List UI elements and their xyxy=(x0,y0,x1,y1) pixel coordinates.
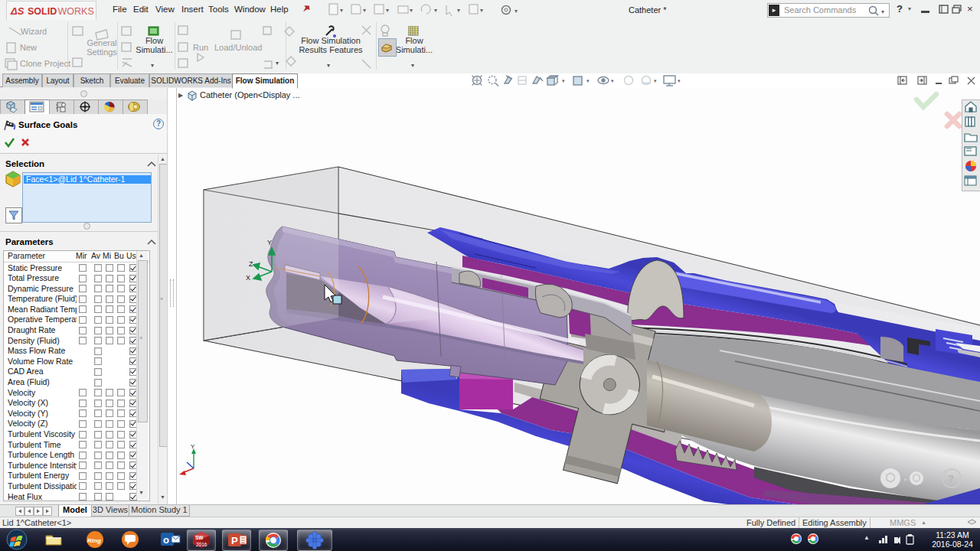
svg-text:o: o xyxy=(163,534,169,546)
svg-text:P: P xyxy=(231,535,238,546)
svg-text:▾: ▾ xyxy=(586,78,590,83)
svg-text:▾: ▾ xyxy=(678,78,681,83)
svg-text:▾: ▾ xyxy=(363,7,366,14)
svg-text:▾: ▾ xyxy=(410,7,413,14)
svg-text:2016: 2016 xyxy=(196,542,207,547)
svg-text:Z: Z xyxy=(249,260,253,268)
svg-text:Ring: Ring xyxy=(87,537,101,544)
svg-text:▾: ▾ xyxy=(480,7,483,14)
svg-text:X: X xyxy=(246,274,250,282)
svg-text:▾: ▾ xyxy=(386,7,389,14)
svg-text:▾: ▾ xyxy=(434,7,437,14)
svg-text:ΔS: ΔS xyxy=(10,5,24,17)
svg-text:▾: ▾ xyxy=(654,78,657,83)
svg-text:▾: ▾ xyxy=(457,7,460,14)
svg-text:▾: ▾ xyxy=(562,78,565,83)
svg-text:SW: SW xyxy=(195,535,204,540)
svg-text:▾: ▾ xyxy=(611,78,614,83)
svg-text:▾: ▾ xyxy=(881,8,884,15)
svg-text:?: ? xyxy=(948,473,954,484)
svg-text:Y: Y xyxy=(267,239,272,246)
svg-text:▾: ▾ xyxy=(514,8,518,15)
svg-text:Y: Y xyxy=(191,443,195,450)
svg-text:SOLID: SOLID xyxy=(28,6,57,17)
svg-text:▸: ▸ xyxy=(904,475,908,483)
svg-text:WORKS: WORKS xyxy=(58,6,94,17)
svg-text:▾: ▾ xyxy=(340,7,343,14)
